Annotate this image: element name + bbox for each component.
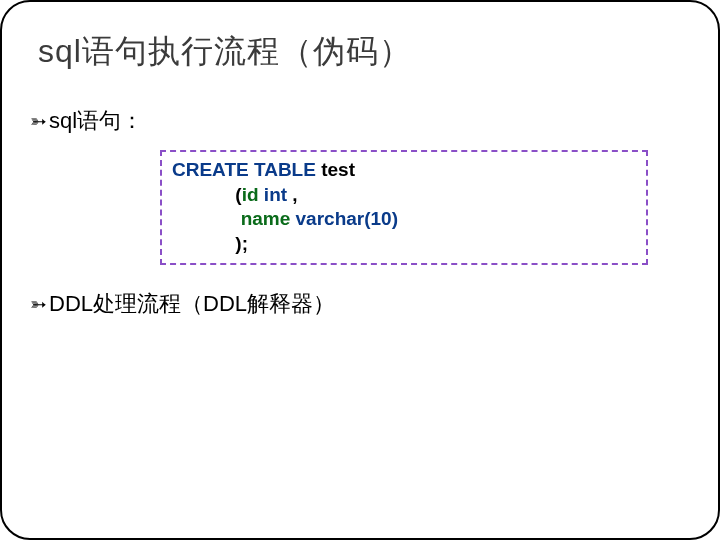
code-line-1: CREATE TABLE test: [172, 158, 636, 183]
code-box: CREATE TABLE test (id int , name varchar…: [160, 150, 648, 265]
bullet-item-sql: ➳ sql语句：: [30, 106, 688, 136]
bullet-text-ddl: DDL处理流程（DDL解释器）: [49, 289, 335, 319]
bullet-item-ddl: ➳ DDL处理流程（DDL解释器）: [30, 289, 688, 319]
slide-container: sql语句执行流程（伪码） ➳ sql语句： CREATE TABLE test…: [0, 0, 720, 540]
slide-title: sql语句执行流程（伪码）: [38, 30, 688, 74]
code-column-id: id: [242, 184, 259, 205]
code-line-3: name varchar(10): [172, 207, 636, 232]
code-line-4: );: [172, 232, 636, 257]
code-table-name: test: [321, 159, 355, 180]
code-line-2: (id int ,: [172, 183, 636, 208]
bullet-icon: ➳: [30, 109, 47, 133]
code-column-name: name: [241, 208, 291, 229]
bullet-text-sql: sql语句：: [49, 106, 143, 136]
bullet-icon: ➳: [30, 292, 47, 316]
code-keyword-create: CREATE TABLE: [172, 159, 321, 180]
